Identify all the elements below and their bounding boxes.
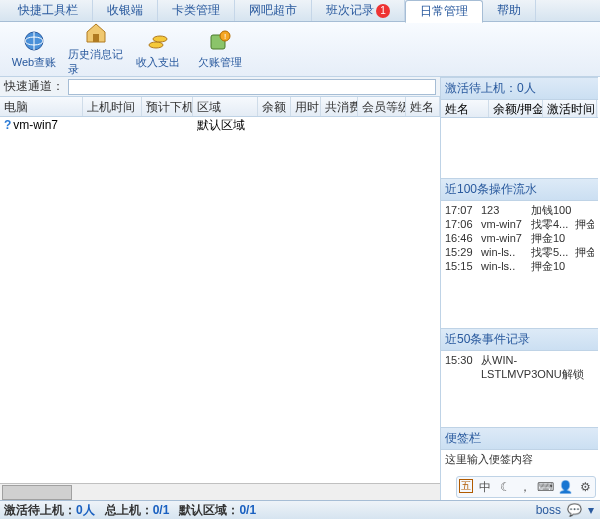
toolbar-label: 欠账管理 — [198, 55, 242, 70]
sticky-panel-header: 便签栏 — [441, 427, 598, 450]
right-pane: 激活待上机：0人 姓名余额/押金激活时间 近100条操作流水 17:07123加… — [441, 77, 598, 500]
tray-icon-5[interactable]: ⚙ — [577, 479, 593, 495]
status-online-label: 总上机： — [105, 503, 153, 517]
events-panel-header: 近50条事件记录 — [441, 328, 598, 351]
activate-panel-header: 激活待上机：0人 — [441, 77, 598, 100]
toolbar-button-0[interactable]: Web查账 — [6, 26, 62, 72]
menu-bar: 快捷工具栏收银端卡类管理网吧超市班次记录1日常管理帮助 — [0, 0, 600, 22]
chat-icon[interactable]: 💬 — [567, 503, 582, 517]
column-header[interactable]: 会员等级 — [358, 97, 406, 116]
toolbar-label: 历史消息记录 — [68, 47, 124, 77]
toolbar-button-3[interactable]: !欠账管理 — [192, 26, 248, 72]
question-icon: ? — [4, 118, 11, 132]
status-wait-label: 激活待上机： — [4, 503, 76, 517]
svg-point-4 — [149, 42, 163, 48]
flow-row: 15:15win-ls..押金10 — [445, 259, 594, 273]
grid-body[interactable]: ?vm-win7默认区域 — [0, 117, 440, 483]
tray-icon-0[interactable]: 中 — [477, 479, 493, 495]
toolbar-button-2[interactable]: 收入支出 — [130, 26, 186, 72]
activate-body — [441, 118, 598, 178]
column-header[interactable]: 预计下机 — [142, 97, 194, 116]
status-right: boss 💬 ▾ — [536, 503, 594, 517]
menu-item-3[interactable]: 网吧超市 — [235, 0, 312, 21]
tray-icon-3[interactable]: ⌨ — [537, 479, 553, 495]
cell-pc: ?vm-win7 — [0, 118, 83, 132]
flow-row: 17:07123加钱100 — [445, 203, 594, 217]
warn-icon: ! — [208, 29, 232, 53]
status-user: boss — [536, 503, 561, 517]
activate-count: 0人 — [517, 81, 536, 95]
home-icon — [84, 21, 108, 45]
badge-icon: 1 — [376, 4, 390, 18]
column-header[interactable]: 共消费 — [321, 97, 358, 116]
flow-body: 17:07123加钱10017:06vm-win7找零4...押金1016:46… — [441, 201, 598, 291]
column-header[interactable]: 余额 — [258, 97, 292, 116]
activate-column[interactable]: 激活时间 — [543, 100, 597, 117]
menu-item-4[interactable]: 班次记录1 — [312, 0, 405, 21]
system-tray: 五中☾，⌨👤⚙ — [456, 476, 596, 498]
ime-lang-icon[interactable]: 五 — [459, 479, 473, 493]
status-zone-value: 0/1 — [239, 503, 256, 517]
cell-zone: 默认区域 — [193, 117, 257, 134]
menu-item-0[interactable]: 快捷工具栏 — [4, 0, 93, 21]
flow-row: 15:29win-ls..找零5...押金10 — [445, 245, 594, 259]
toolbar-button-1[interactable]: 历史消息记录 — [68, 26, 124, 72]
grid-header: 电脑上机时间预计下机区域余额用时共消费会员等级姓名 — [0, 97, 440, 117]
main-area: 快速通道： 电脑上机时间预计下机区域余额用时共消费会员等级姓名 ?vm-win7… — [0, 77, 600, 500]
status-zone-label: 默认区域： — [179, 503, 239, 517]
toolbar: Web查账历史消息记录收入支出!欠账管理 — [0, 22, 600, 77]
activate-column[interactable]: 余额/押金 — [489, 100, 543, 117]
globe-icon — [22, 29, 46, 53]
table-row[interactable]: ?vm-win7默认区域 — [0, 117, 440, 133]
status-online-value: 0/1 — [153, 503, 170, 517]
svg-text:!: ! — [224, 32, 226, 41]
coins-icon — [146, 29, 170, 53]
events-body: 15:30从WIN-LSTLMVP3ONU解锁 — [441, 351, 598, 427]
column-header[interactable]: 用时 — [291, 97, 321, 116]
activate-columns: 姓名余额/押金激活时间 — [441, 100, 598, 118]
quick-label: 快速通道： — [4, 78, 64, 95]
column-header[interactable]: 电脑 — [0, 97, 83, 116]
column-header[interactable]: 上机时间 — [83, 97, 142, 116]
tray-icon-1[interactable]: ☾ — [497, 479, 513, 495]
scroll-thumb[interactable] — [2, 485, 72, 500]
activate-column[interactable]: 姓名 — [441, 100, 489, 117]
tray-icon-4[interactable]: 👤 — [557, 479, 573, 495]
flow-row: 16:46vm-win7押金10 — [445, 231, 594, 245]
status-wait-value: 0人 — [76, 503, 95, 517]
toolbar-label: 收入支出 — [136, 55, 180, 70]
tray-icon-2[interactable]: ， — [517, 479, 533, 495]
event-row: 15:30从WIN-LSTLMVP3ONU解锁 — [445, 353, 594, 381]
activate-title: 激活待上机： — [445, 81, 517, 95]
menu-item-5[interactable]: 日常管理 — [405, 0, 483, 23]
column-header[interactable]: 区域 — [193, 97, 257, 116]
horizontal-scrollbar[interactable] — [0, 483, 440, 500]
svg-rect-3 — [93, 34, 99, 42]
left-pane: 快速通道： 电脑上机时间预计下机区域余额用时共消费会员等级姓名 ?vm-win7… — [0, 77, 441, 500]
quick-access-bar: 快速通道： — [0, 77, 440, 97]
menu-item-6[interactable]: 帮助 — [483, 0, 536, 21]
svg-point-5 — [153, 36, 167, 42]
status-left: 激活待上机：0人 总上机：0/1 默认区域：0/1 — [4, 502, 256, 519]
menu-item-2[interactable]: 卡类管理 — [158, 0, 235, 21]
dropdown-icon[interactable]: ▾ — [588, 503, 594, 517]
flow-row: 17:06vm-win7找零4...押金10 — [445, 217, 594, 231]
column-header[interactable]: 姓名 — [406, 97, 440, 116]
quick-input[interactable] — [68, 79, 436, 95]
flow-panel-header: 近100条操作流水 — [441, 178, 598, 201]
status-bar: 激活待上机：0人 总上机：0/1 默认区域：0/1 — [0, 500, 600, 519]
menu-item-1[interactable]: 收银端 — [93, 0, 158, 21]
toolbar-label: Web查账 — [12, 55, 56, 70]
